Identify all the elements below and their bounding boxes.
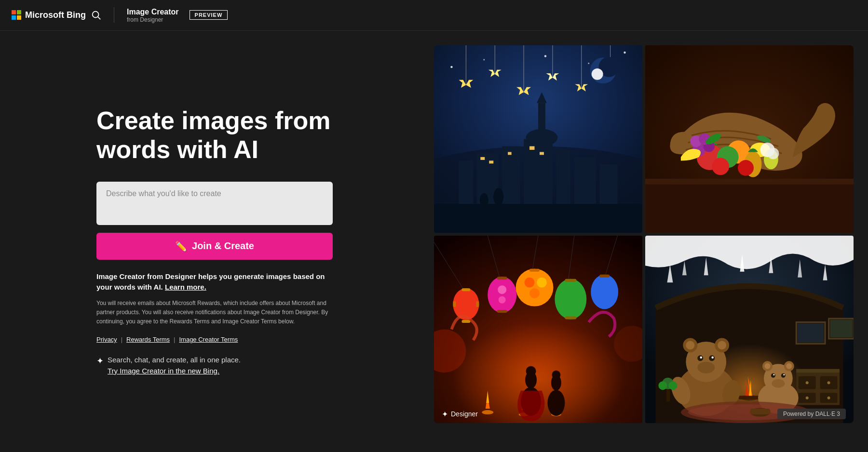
- svg-point-162: [781, 373, 786, 378]
- svg-rect-131: [796, 369, 840, 372]
- svg-point-94: [537, 278, 547, 288]
- rewards-terms-link[interactable]: Rewards Terms: [126, 336, 170, 343]
- svg-point-79: [453, 288, 479, 320]
- svg-point-38: [592, 68, 603, 80]
- svg-point-95: [529, 288, 540, 298]
- svg-rect-41: [434, 204, 642, 233]
- svg-rect-98: [565, 279, 576, 282]
- svg-rect-14: [480, 157, 485, 160]
- svg-rect-16: [508, 152, 511, 155]
- info-bold-text: Image Creator from Designer helps you ge…: [96, 271, 333, 293]
- navbar-title-sub: from Designer: [127, 16, 179, 23]
- svg-rect-15: [489, 160, 493, 163]
- info-small-text: You will receive emails about Microsoft …: [96, 299, 333, 327]
- hero-title: Create images from words with AI: [96, 106, 395, 164]
- svg-point-158: [764, 363, 770, 369]
- svg-point-58: [767, 147, 779, 159]
- svg-point-97: [555, 279, 586, 319]
- svg-point-150: [700, 357, 702, 359]
- svg-point-163: [773, 374, 774, 375]
- microsoft-logo-icon: [12, 10, 21, 20]
- svg-rect-8: [556, 150, 570, 204]
- learn-more-link[interactable]: Learn more.: [165, 283, 206, 291]
- svg-point-136: [806, 381, 809, 384]
- svg-rect-4: [459, 160, 473, 204]
- svg-rect-18: [540, 152, 544, 155]
- preview-badge: PREVIEW: [190, 10, 228, 20]
- svg-point-139: [827, 397, 830, 399]
- prompt-input[interactable]: [96, 182, 333, 225]
- svg-rect-10: [599, 164, 617, 204]
- svg-rect-87: [497, 310, 507, 313]
- bing-promo-text: Search, chat, and create, all in one pla…: [108, 355, 241, 376]
- svg-rect-81: [461, 320, 470, 323]
- svg-point-151: [711, 357, 713, 359]
- image-grid: [434, 45, 854, 423]
- privacy-link[interactable]: Privacy: [96, 336, 117, 343]
- svg-point-60: [738, 160, 754, 176]
- join-icon: ✏️: [175, 240, 187, 252]
- info-section: Image Creator from Designer helps you ge…: [96, 271, 333, 377]
- join-create-label: Join & Create: [192, 240, 254, 252]
- svg-rect-102: [599, 275, 610, 278]
- bing-logo-text: Microsoft Bing: [25, 10, 86, 20]
- svg-point-34: [588, 63, 589, 64]
- terms-divider-1: |: [121, 336, 122, 343]
- svg-rect-99: [565, 317, 576, 319]
- navbar: Microsoft Bing Image Creator from Design…: [0, 0, 868, 31]
- svg-point-146: [718, 341, 726, 349]
- svg-rect-83: [476, 301, 479, 307]
- svg-point-0: [93, 12, 99, 18]
- svg-point-110: [552, 371, 560, 379]
- svg-line-1: [98, 17, 100, 20]
- svg-point-88: [498, 285, 506, 294]
- navbar-title: Image Creator from Designer: [127, 7, 179, 24]
- image-footer: ✦ Designer Powered by DALL·E 3: [434, 405, 854, 423]
- image-night-stars: [434, 45, 642, 233]
- svg-point-164: [783, 374, 785, 375]
- left-panel: Create images from words with AI ✏️ Join…: [0, 31, 434, 452]
- input-container: [96, 182, 333, 227]
- svg-point-91: [516, 269, 554, 306]
- svg-point-107: [526, 366, 536, 376]
- svg-point-169: [658, 381, 667, 390]
- svg-point-59: [712, 158, 729, 175]
- svg-point-31: [450, 66, 452, 68]
- right-panel: ✦ Designer Powered by DALL·E 3: [434, 31, 868, 452]
- bing-promo-icon: ✦: [96, 356, 104, 366]
- svg-rect-12: [538, 103, 545, 139]
- designer-name: Designer: [451, 410, 478, 418]
- svg-point-145: [686, 341, 694, 349]
- image-bears: [645, 236, 854, 423]
- svg-point-161: [771, 373, 775, 378]
- svg-point-137: [827, 381, 830, 384]
- svg-point-147: [697, 362, 715, 373]
- svg-point-33: [544, 55, 546, 57]
- image-lanterns: [434, 236, 642, 423]
- svg-point-35: [624, 52, 625, 53]
- brand-container: Microsoft Bing Image Creator from Design…: [12, 7, 228, 24]
- svg-rect-80: [461, 288, 470, 291]
- image-cornucopia: [645, 45, 854, 233]
- svg-point-40: [493, 188, 503, 205]
- svg-rect-167: [666, 387, 670, 401]
- terms-links: Privacy | Rewards Terms | Image Creator …: [96, 336, 333, 343]
- svg-rect-7: [524, 139, 553, 204]
- search-icon[interactable]: [91, 10, 101, 20]
- svg-point-159: [786, 363, 792, 369]
- bing-promo: ✦ Search, chat, and create, all in one p…: [96, 355, 333, 376]
- dall-e-badge: Powered by DALL·E 3: [777, 409, 846, 419]
- navbar-title-main: Image Creator: [127, 7, 179, 16]
- join-create-button[interactable]: ✏️ Join & Create: [96, 233, 333, 260]
- bing-logo[interactable]: Microsoft Bing: [12, 10, 86, 20]
- svg-rect-82: [453, 301, 456, 307]
- terms-divider-2: |: [174, 336, 175, 343]
- svg-rect-86: [497, 277, 507, 279]
- svg-rect-6: [502, 146, 520, 204]
- svg-rect-17: [529, 146, 534, 149]
- image-creator-terms-link[interactable]: Image Creator Terms: [179, 336, 238, 343]
- svg-rect-44: [645, 179, 854, 185]
- try-bing-link[interactable]: Try Image Creator in the new Bing.: [108, 366, 241, 377]
- svg-point-89: [499, 296, 506, 304]
- svg-point-138: [806, 397, 809, 399]
